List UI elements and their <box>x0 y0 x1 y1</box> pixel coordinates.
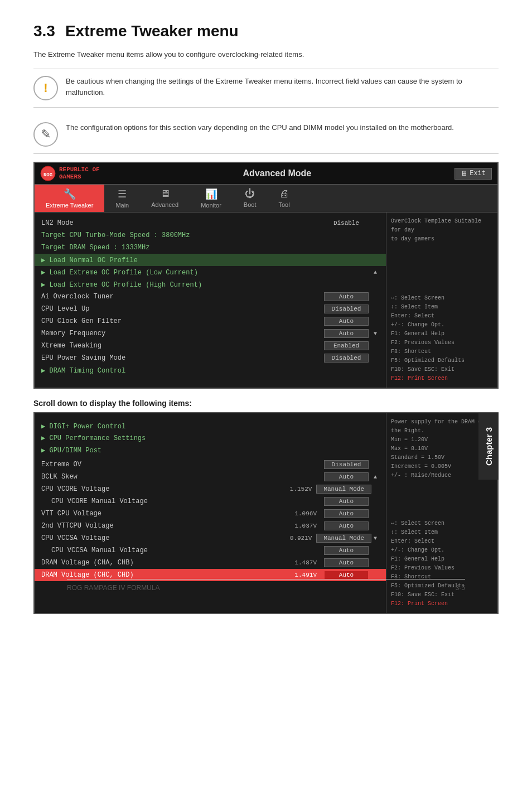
bios-row-load-extreme-high[interactable]: ▶ Load Extreme OC Profile (High Current) <box>35 278 386 291</box>
bios-screenshot-main: ROG REPUBLIC OF GAMERS Advanced Mode 🖥 E… <box>33 162 499 389</box>
nav-advanced[interactable]: 🖥 Advanced <box>140 185 190 212</box>
chapter-sidebar: Chapter 3 <box>478 413 499 480</box>
main-icon: ☰ <box>118 188 127 200</box>
bios-row-bclk-skew: BCLK Skew Auto ▲ <box>35 471 386 483</box>
bios-row-vtt-cpu: VTT CPU Voltage 1.096V Auto <box>35 508 386 520</box>
bios-row-cpu-level-up: CPU Level Up Disabled <box>35 303 386 315</box>
nav-extreme-tweaker[interactable]: 🔧 Extreme Tweaker <box>35 185 104 212</box>
bios-row-load-normal[interactable]: ▶ Load Normal OC Profile <box>35 254 386 266</box>
bios-scroll-help-text: Power supply for the DRAM on the Right. … <box>391 418 493 480</box>
warning-icon: ! <box>33 76 58 100</box>
rog-icon: ROG <box>40 166 56 181</box>
nav-tool[interactable]: 🖨 Tool <box>268 185 301 212</box>
tool-icon: 🖨 <box>279 188 289 200</box>
advanced-icon: 🖥 <box>160 188 170 200</box>
page-footer: ROG RAMPAGE IV FORMULA 3-5 <box>67 579 465 592</box>
footer-left: ROG RAMPAGE IV FORMULA <box>67 584 159 592</box>
bios-row-extreme-ov: Extreme OV Disabled <box>35 458 386 471</box>
bios-nav: 🔧 Extreme Tweaker ☰ Main 🖥 Advanced 📊 Mo… <box>35 185 497 212</box>
nav-boot[interactable]: ⏻ Boot <box>233 185 268 212</box>
bios-row-ln2-mode: LN2 Mode Disable <box>35 217 386 229</box>
exit-icon: 🖥 <box>461 170 467 178</box>
bios-row-cpu-vccsa-manual: CPU VCCSA Manual Voltage Auto <box>35 544 386 557</box>
bios-left-panel: LN2 Mode Disable Target CPU Turbo-Mode S… <box>35 212 386 388</box>
bios-logo: ROG REPUBLIC OF GAMERS <box>40 166 100 181</box>
bios-row-digi-power[interactable]: ▶ DIGI+ Power Control <box>35 418 386 432</box>
nav-monitor[interactable]: 📊 Monitor <box>190 185 233 212</box>
nav-main[interactable]: ☰ Main <box>104 185 140 212</box>
bios-help-text: OverClock Template Suitable for dayto da… <box>391 217 493 244</box>
bios-scroll-shortcuts: ↔: Select Screen ↕: Select Item Enter: S… <box>391 519 493 608</box>
monitor-icon: 📊 <box>205 188 217 200</box>
bios-row-cpu-vccsa: CPU VCCSA Voltage 0.921V Manual Mode ▼ <box>35 532 386 544</box>
bios-row-xtreme-tweaking: Xtreme Tweaking Enabled <box>35 340 386 352</box>
bios-row-dram-cha-chb: DRAM Voltage (CHA, CHB) 1.487V Auto <box>35 557 386 569</box>
rog-logo-text: REPUBLIC OF GAMERS <box>59 166 100 181</box>
bios-row-cpu-vcore-manual: CPU VCORE Manual Voltage Auto <box>35 495 386 508</box>
bios-row-ai-overclock: Ai Overclock Tuner Auto <box>35 291 386 303</box>
svg-text:ROG: ROG <box>43 172 52 178</box>
bios-row-cpu-vcore: CPU VCORE Voltage 1.152V Manual Mode <box>35 483 386 495</box>
bios-row-memory-freq: Memory Frequency Auto ▼ <box>35 327 386 340</box>
bios-row-gpu-dimm[interactable]: ▶ GPU/DIMM Post <box>35 444 386 456</box>
note-text: The configuration options for this secti… <box>66 122 454 133</box>
tweaker-icon: 🔧 <box>64 188 76 200</box>
bios-shortcuts: ↔: Select Screen ↕: Select Item Enter: S… <box>391 294 493 383</box>
note-icon: ✎ <box>33 122 58 147</box>
bios-row-dram-timing[interactable]: ▶ DRAM Timing Control <box>35 364 386 376</box>
boot-icon: ⏻ <box>245 188 255 200</box>
bios-row-load-extreme-low[interactable]: ▶ Load Extreme OC Profile (Low Current) … <box>35 266 386 278</box>
bios-row-cpu-clock-gen: CPU Clock Gen Filter Auto <box>35 315 386 327</box>
bios-exit-button[interactable]: 🖥 Exit <box>454 168 492 180</box>
bios-mode-title: Advanced Mode <box>243 168 312 178</box>
footer-right: 3-5 <box>456 584 465 592</box>
section-title: Extreme Tweaker menu <box>65 22 239 40</box>
section-number: 3.3 <box>33 22 55 40</box>
warning-text: Be cautious when changing the settings o… <box>66 76 499 98</box>
bios-row-2nd-vttcpu: 2nd VTTCPU Voltage 1.037V Auto <box>35 520 386 532</box>
note-notice: ✎ The configuration options for this sec… <box>33 115 499 154</box>
scroll-down-label: Scroll down to display the following ite… <box>33 399 499 408</box>
bios-right-panel: OverClock Template Suitable for dayto da… <box>386 212 497 388</box>
bios-row-target-cpu: Target CPU Turbo-Mode Speed : 3800MHz <box>35 229 386 241</box>
bios-row-target-dram: Target DRAM Speed : 1333MHz <box>35 241 386 254</box>
section-description: The Extreme Tweaker menu items allow you… <box>33 50 499 59</box>
warning-notice: ! Be cautious when changing the settings… <box>33 69 499 108</box>
bios-row-cpu-perf[interactable]: ▶ CPU Performance Settings <box>35 432 386 444</box>
bios-row-epu-power: EPU Power Saving Mode Disabled <box>35 352 386 364</box>
